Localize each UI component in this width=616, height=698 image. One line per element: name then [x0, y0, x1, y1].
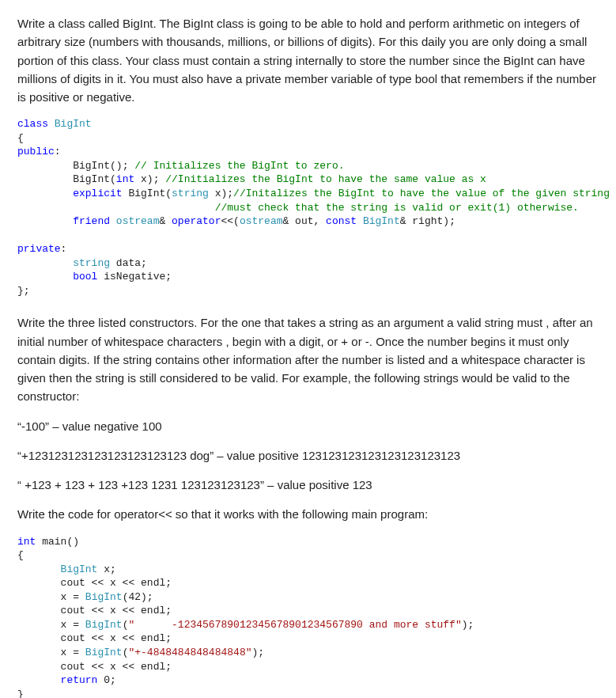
keyword-class: class	[17, 118, 55, 130]
ctor-default: BigInt();	[73, 160, 134, 172]
colon: :	[61, 243, 67, 255]
comment: // Initializes the BigInt to zero.	[134, 160, 344, 172]
string-literal: " -123456789012345678901234567890 and mo…	[128, 619, 461, 631]
class-definition-code: class BigInt { public: BigInt(); // Init…	[17, 117, 599, 298]
indent	[17, 605, 61, 616]
main-program-code: int main() { BigInt x; cout << x << endl…	[17, 535, 599, 698]
example-string-2: “+123123123123123123123123 dog” – value …	[17, 446, 599, 465]
ctor-string: BigInt(	[128, 188, 172, 199]
colon: :	[55, 146, 61, 157]
return-zero: 0;	[97, 674, 115, 686]
ctor-int: BigInt(	[73, 173, 116, 185]
ctor-string-rest: x);	[209, 188, 233, 199]
brace-close: };	[17, 285, 30, 297]
indent	[17, 674, 61, 686]
cout-line: cout << x << endl;	[61, 605, 172, 616]
paren-close: );	[462, 619, 474, 631]
assign: x =	[61, 619, 85, 631]
indent	[17, 632, 61, 644]
indent	[17, 257, 73, 269]
type-bigint: BigInt	[85, 647, 123, 658]
text: & out,	[282, 215, 326, 227]
indent	[17, 188, 73, 199]
keyword-bool: bool	[73, 271, 97, 283]
indent	[17, 619, 61, 631]
member-data: data;	[110, 257, 147, 269]
brace-open: {	[17, 549, 24, 561]
comment: //Initalizes the BigInt to have the valu…	[233, 188, 616, 199]
indent	[17, 577, 61, 589]
indent	[17, 202, 215, 214]
type-bigint: BigInt	[61, 563, 98, 575]
member-isnegative: isNegative;	[97, 271, 172, 283]
type-string: string	[73, 257, 110, 269]
type-bigint: BigInt	[55, 118, 92, 130]
ctor-int-rest: x);	[134, 173, 165, 185]
main-sig: main()	[36, 536, 79, 548]
text: &	[159, 215, 172, 227]
keyword-return: return	[61, 674, 98, 686]
cout-line: cout << x << endl;	[61, 632, 172, 644]
paren-close: );	[251, 647, 264, 658]
type-bigint: BigInt	[85, 619, 123, 631]
keyword-int: int	[116, 173, 134, 185]
indent	[17, 271, 73, 283]
comment: //must check that the string is valid or…	[215, 202, 579, 214]
intro-paragraph: Write a class called BigInt. The BigInt …	[17, 14, 599, 106]
text: <<(	[221, 215, 239, 227]
decl-x: x;	[97, 563, 115, 575]
indent	[17, 661, 61, 673]
type-bigint: BigInt	[363, 215, 400, 227]
type-string: string	[172, 188, 209, 199]
type-ostream: ostream	[240, 215, 283, 227]
keyword-const: const	[326, 215, 363, 227]
keyword-private: private	[17, 243, 61, 255]
text: & right);	[400, 215, 455, 227]
assign: x =	[61, 647, 85, 658]
indent	[17, 647, 61, 658]
indent	[17, 563, 61, 575]
indent	[17, 160, 73, 172]
constructor-instructions: Write the three listed constructors. For…	[17, 313, 599, 405]
indent	[17, 215, 73, 227]
indent	[17, 173, 73, 185]
example-string-1: “-100” – value negative 100	[17, 417, 599, 435]
cout-line: cout << x << endl;	[61, 661, 172, 673]
keyword-friend: friend	[73, 215, 116, 227]
operator-instructions: Write the code for operator<< so that it…	[17, 505, 599, 523]
type-bigint: BigInt	[85, 591, 123, 603]
indent	[17, 591, 61, 603]
keyword-public: public	[17, 146, 55, 157]
comment: //Initializes the BigInt to have the sam…	[165, 173, 486, 185]
keyword-operator: operator	[172, 215, 221, 227]
example-string-3: “ +123 + 123 + 123 +123 1231 12312312312…	[17, 476, 599, 494]
type-ostream: ostream	[116, 215, 160, 227]
string-literal: "+-4848484848484848"	[128, 647, 251, 658]
keyword-int: int	[17, 536, 36, 548]
cout-line: cout << x << endl;	[61, 577, 172, 589]
ctor-42: (42);	[123, 591, 153, 603]
assign: x =	[61, 591, 85, 603]
brace-open: {	[17, 132, 24, 144]
brace-close: }	[17, 689, 24, 698]
keyword-explicit: explicit	[73, 188, 128, 199]
